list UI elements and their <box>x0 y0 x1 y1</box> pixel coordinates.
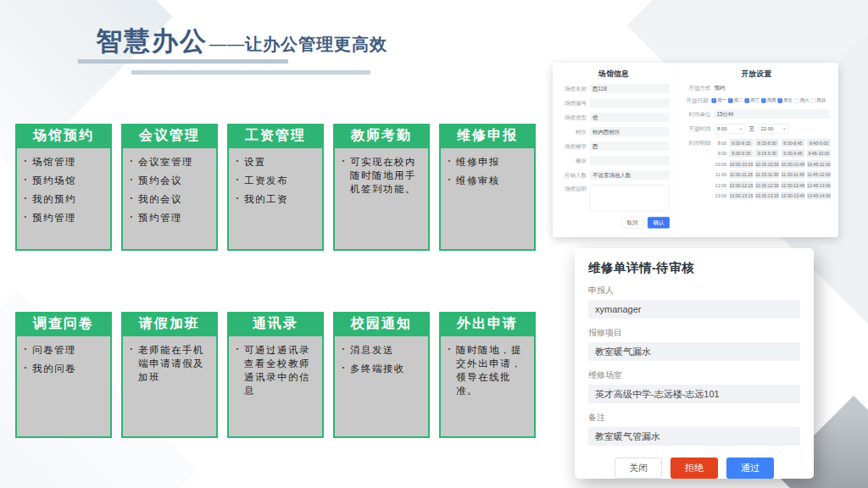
venue-field-input[interactable] <box>590 98 670 108</box>
time-slot-chip[interactable]: 11:15-11:30 <box>755 171 779 179</box>
feature-card: 调查问卷 问卷管理我的问卷 <box>15 312 112 438</box>
venue-field-input[interactable]: 西118 <box>590 84 670 93</box>
time-slot-chip[interactable]: 12:45-13:00 <box>807 181 831 189</box>
checkbox-icon[interactable]: ✓ <box>744 98 749 103</box>
venue-desc-textarea[interactable] <box>590 185 670 212</box>
time-slot-chip[interactable]: 10:30-10:45 <box>781 160 804 168</box>
venue-field-row: 场馆编号 <box>558 98 670 108</box>
feature-card-item: 老师能在手机端申请请假及加班 <box>128 343 212 389</box>
venue-field-input[interactable]: 不设置场地人数 <box>590 170 670 180</box>
time-slot-grid-row: 8:00 8:00-8:158:15-8:308:30-8:458:45-9:0… <box>714 139 831 147</box>
time-slot-chip[interactable]: 8:00-8:15 <box>729 139 753 147</box>
weekday-label: 周五 <box>783 97 793 103</box>
feature-card-items: 设置工资发布我的工资 <box>227 148 324 251</box>
checkbox-icon[interactable]: ✓ <box>794 98 799 103</box>
feature-card-items: 维修申报维修审核 <box>439 148 536 251</box>
time-slot-chip[interactable]: 8:30-8:45 <box>781 139 804 147</box>
weekday-label: 周三 <box>750 97 760 103</box>
time-slot-chip[interactable]: 9:15-9:30 <box>755 150 779 158</box>
venue-field-label: 容纳人数 <box>558 171 587 179</box>
open-settings-panel: 开放设置 开放方式 预约 开放日期 ✓ 周一 ✓ 周二 ✓ 周三 <box>676 63 838 237</box>
feature-card-title: 工资管理 <box>227 124 324 148</box>
weekday-checkbox[interactable]: ✓ 周三 <box>744 97 760 103</box>
time-slot-chip[interactable]: 11:45-12:00 <box>807 171 831 179</box>
time-detail-row: 时间明细 8:00 8:00-8:158:15-8:308:30-8:458:4… <box>682 139 831 202</box>
repair-field-input: 英才高级中学-志远楼-志远101 <box>588 385 800 403</box>
weekday-checkbox[interactable]: ✓ 周四 <box>761 97 776 103</box>
feature-card-items: 场馆管理预约场馆我的预约预约管理 <box>15 148 112 251</box>
time-slot-chip[interactable]: 11:30-11:45 <box>781 171 804 179</box>
weekday-checkbox[interactable]: ✓ 周六 <box>794 97 810 103</box>
feature-cards-row-1: 场馆预约 场馆管理预约场馆我的预约预约管理 会议管理 会议室管理预约会议我的会议… <box>15 124 536 251</box>
repair-field-label: 报修项目 <box>588 327 800 339</box>
weekday-checkbox[interactable]: ✓ 周五 <box>777 97 793 103</box>
time-unit-label: 时间单位 <box>682 110 710 118</box>
feature-card-items: 可实现在校内随时随地用手机签到功能。 <box>333 148 430 251</box>
repair-dialog-title: 维修单详情-待审核 <box>588 260 800 276</box>
approve-button[interactable]: 通过 <box>726 458 774 479</box>
weekday-label: 周二 <box>734 97 743 103</box>
time-slot-chip[interactable]: 9:00-9:15 <box>729 150 753 158</box>
venue-field-row: 场馆楼宇 西 <box>558 141 670 151</box>
checkbox-icon[interactable]: ✓ <box>810 98 815 103</box>
venue-field-input[interactable] <box>590 156 670 165</box>
feature-card: 教师考勤 可实现在校内随时随地用手机签到功能。 <box>333 124 430 251</box>
repair-field-label: 维修场室 <box>588 369 800 381</box>
venue-field-row: 容纳人数 不设置场地人数 <box>558 170 670 180</box>
page-title: 智慧办公 <box>96 24 208 59</box>
time-slot-cells: 8:00-8:158:15-8:308:30-8:458:45-9:00 <box>729 139 831 147</box>
time-unit-row: 时间单位 15分钟 <box>682 109 831 119</box>
time-slot-chip[interactable]: 9:45-10:00 <box>807 150 831 158</box>
feature-card: 校园通知 消息发送多终端接收 <box>333 312 430 438</box>
title-underline-secondary <box>131 70 370 75</box>
time-slot-chip[interactable]: 10:15-10:30 <box>755 160 779 168</box>
weekday-checkbox[interactable]: ✓ 周一 <box>711 97 726 103</box>
repair-field-label: 申报人 <box>588 285 800 297</box>
feature-card-item: 我的预约 <box>22 192 106 211</box>
title-underline-primary <box>78 59 288 64</box>
close-button[interactable]: 关闭 <box>615 458 662 479</box>
time-slot-chip[interactable]: 11:00-11:15 <box>729 171 753 179</box>
checkbox-icon[interactable]: ✓ <box>761 98 766 103</box>
time-slot-grid: 8:00 8:00-8:158:15-8:308:30-8:458:45-9:0… <box>714 139 831 202</box>
time-slot-chip[interactable]: 13:45-14:00 <box>807 192 831 200</box>
time-slot-chip[interactable]: 12:15-12:30 <box>755 181 779 189</box>
time-row-label: 13:00 <box>714 193 726 198</box>
time-slot-chip[interactable]: 13:30-13:45 <box>781 192 804 200</box>
time-slot-chip[interactable]: 13:00-13:15 <box>729 192 753 200</box>
time-slot-chip[interactable]: 8:15-8:30 <box>755 139 779 147</box>
time-slot-chip[interactable]: 9:30-9:45 <box>781 150 804 158</box>
feature-card-item: 随时随地，提交外出申请，领导在线批准。 <box>446 343 530 402</box>
time-slot-cells: 13:00-13:1513:15-13:3013:30-13:4513:45-1… <box>729 192 831 200</box>
time-slot-chip[interactable]: 8:45-9:00 <box>807 139 831 147</box>
weekday-checkbox[interactable]: ✓ 周日 <box>810 97 826 103</box>
time-slot-chip[interactable]: 12:30-12:45 <box>781 181 804 189</box>
feature-card: 场馆预约 场馆管理预约场馆我的预约预约管理 <box>15 124 112 251</box>
time-slot-chip[interactable]: 10:00-10:15 <box>729 160 753 168</box>
feature-card-title: 调查问卷 <box>15 312 112 336</box>
venue-field-input[interactable]: 馆 <box>590 113 670 122</box>
repair-field: 申报人 xymanager <box>588 285 800 319</box>
time-unit-input[interactable]: 15分钟 <box>714 109 831 119</box>
checkbox-icon[interactable]: ✓ <box>728 98 733 103</box>
checkbox-icon[interactable]: ✓ <box>711 98 716 103</box>
venue-field-input[interactable]: 西 <box>590 141 670 151</box>
time-slot-chip[interactable]: 12:00-12:15 <box>729 181 753 189</box>
open-time-from-select[interactable]: 8:00 ▼ <box>714 124 745 134</box>
time-slot-chip[interactable]: 10:45-11:00 <box>807 160 831 168</box>
reject-button[interactable]: 拒绝 <box>670 458 718 479</box>
venue-field-input[interactable]: 校内西校区 <box>590 127 670 136</box>
cancel-button[interactable]: 取消 <box>621 217 643 229</box>
open-time-to-value: 22:00 <box>760 126 773 132</box>
weekday-checkbox[interactable]: ✓ 周二 <box>728 97 743 103</box>
venue-field-label: 场馆类型 <box>558 114 587 121</box>
confirm-button[interactable]: 确认 <box>648 217 670 229</box>
open-time-to-select[interactable]: 22:00 ▼ <box>758 124 789 134</box>
open-time-from-value: 8:00 <box>717 126 727 132</box>
time-slot-grid-row: 11:00 11:00-11:1511:15-11:3011:30-11:451… <box>714 171 831 179</box>
checkbox-icon[interactable]: ✓ <box>777 98 782 103</box>
feature-card-title: 维修申报 <box>439 124 536 148</box>
venue-info-panel: 场馆信息 场馆名称 西118 场馆编号 场馆类型 馆 校区 校内西校区 场馆楼宇… <box>553 63 676 237</box>
feature-card: 维修申报 维修申报维修审核 <box>439 124 536 251</box>
time-slot-chip[interactable]: 13:15-13:30 <box>755 192 779 200</box>
